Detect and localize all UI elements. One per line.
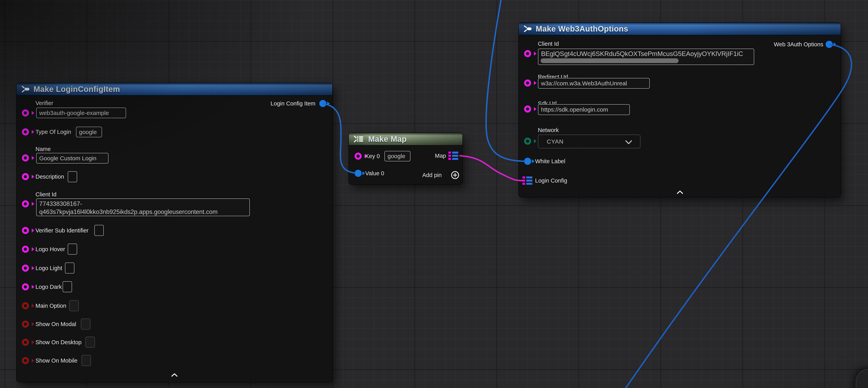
redirect-url-input[interactable]: w3a://com.w3a.Web3AuthUnreal bbox=[538, 78, 650, 89]
show-on-desktop-checkbox[interactable] bbox=[85, 336, 95, 348]
network-selected-value: CYAN bbox=[547, 138, 563, 145]
chevron-down-icon bbox=[626, 138, 631, 143]
plus-circle-icon bbox=[451, 171, 459, 179]
input-pin-logo-light[interactable] bbox=[22, 265, 29, 272]
input-pin-description[interactable] bbox=[22, 173, 29, 180]
output-pin-label: Web 3Auth Options bbox=[774, 41, 823, 48]
make-map-icon bbox=[353, 135, 365, 144]
pin-label-show-on-desktop: Show On Desktop bbox=[35, 339, 82, 346]
make-struct-icon bbox=[523, 24, 532, 33]
pin-label-logo-light: Logo Light bbox=[35, 265, 62, 271]
pin-label-name: Name bbox=[35, 146, 51, 152]
pin-label-white-label: White Label bbox=[535, 158, 565, 165]
blueprint-graph-canvas[interactable]: Make LoginConfigItem Login Config Item V… bbox=[0, 0, 868, 388]
pin-label-verifier: Verifier bbox=[35, 100, 53, 107]
pin-label-show-on-modal: Show On Modal bbox=[35, 321, 76, 327]
input-pin-network[interactable] bbox=[524, 138, 531, 145]
input-pin-verifier[interactable] bbox=[22, 110, 29, 117]
network-dropdown[interactable]: CYAN bbox=[538, 135, 641, 148]
name-input[interactable]: Google Custom Login bbox=[36, 153, 108, 163]
type-of-login-input[interactable]: google bbox=[76, 126, 102, 138]
logo-light-input[interactable] bbox=[65, 262, 74, 274]
node-make-loginconfigitem[interactable]: Make LoginConfigItem Login Config Item V… bbox=[17, 83, 332, 382]
node-title: Make Web3AuthOptions bbox=[536, 25, 628, 33]
input-pin-show-on-modal[interactable] bbox=[22, 321, 29, 328]
node-title: Make LoginConfigItem bbox=[33, 85, 120, 94]
output-pin-label: Map bbox=[435, 153, 446, 159]
pin-label-value0: Value 0 bbox=[365, 170, 384, 177]
collapse-node-button[interactable] bbox=[676, 190, 684, 195]
client-id-line2: q463s7kpvja16l4l0kko3nb925ikds2p.apps.go… bbox=[39, 208, 247, 216]
node-header[interactable]: Make LoginConfigItem bbox=[17, 83, 332, 96]
show-on-modal-checkbox[interactable] bbox=[81, 319, 90, 330]
show-on-mobile-checkbox[interactable] bbox=[82, 355, 91, 366]
main-option-checkbox[interactable] bbox=[69, 300, 79, 311]
client-id-horizontal-scrollbar[interactable] bbox=[540, 58, 679, 63]
add-pin-label: Add pin bbox=[422, 172, 442, 178]
logo-hover-input[interactable] bbox=[68, 243, 77, 255]
pin-label-client-id: Client Id bbox=[35, 191, 56, 198]
node-header[interactable]: Make Web3AuthOptions bbox=[519, 23, 841, 35]
input-pin-type-of-login[interactable] bbox=[22, 128, 29, 136]
collapse-node-button[interactable] bbox=[171, 373, 178, 377]
input-pin-sdk-url[interactable] bbox=[524, 106, 531, 113]
input-pin-login-config[interactable] bbox=[523, 176, 533, 185]
pin-label-key0: Key 0 bbox=[365, 153, 380, 159]
pin-label-show-on-mobile: Show On Mobile bbox=[35, 357, 78, 364]
offscreen-node-corner[interactable] bbox=[856, 369, 868, 388]
input-pin-verifier-sub-identifier[interactable] bbox=[22, 227, 29, 234]
output-pin-label: Login Config Item bbox=[271, 100, 315, 107]
wire-map-to-login-config[interactable] bbox=[460, 156, 522, 181]
input-pin-client-id[interactable] bbox=[22, 200, 29, 207]
input-pin-key0[interactable] bbox=[354, 153, 362, 160]
chevron-up-icon bbox=[171, 373, 178, 377]
map-pin-icon bbox=[523, 176, 533, 185]
client-id-input[interactable]: 774338308167- q463s7kpvja16l4l0kko3nb925… bbox=[36, 198, 250, 216]
input-pin-redirect-url[interactable] bbox=[524, 80, 531, 87]
pin-label-client-id: Client Id bbox=[538, 40, 559, 47]
output-pin-map[interactable] bbox=[448, 152, 459, 160]
add-pin-button[interactable] bbox=[451, 171, 459, 179]
client-id-line1: 774338308167- bbox=[39, 200, 247, 208]
logo-dark-input[interactable] bbox=[62, 281, 72, 292]
pin-label-logo-dark: Logo Dark bbox=[35, 284, 62, 290]
make-struct-icon bbox=[21, 85, 30, 94]
node-title: Make Map bbox=[368, 135, 407, 144]
pin-label-type-of-login: Type Of Login bbox=[35, 129, 71, 135]
description-input[interactable] bbox=[68, 171, 77, 182]
input-pin-logo-hover[interactable] bbox=[22, 246, 29, 253]
input-pin-show-on-desktop[interactable] bbox=[22, 339, 29, 346]
node-make-map[interactable]: Make Map Key 0 google Map Value 0 Add pi… bbox=[349, 133, 462, 184]
pin-label-login-config: Login Config bbox=[535, 177, 567, 184]
pin-label-main-option: Main Option bbox=[35, 303, 66, 309]
input-pin-logo-dark[interactable] bbox=[22, 283, 29, 290]
key0-input[interactable]: google bbox=[384, 151, 410, 161]
node-header[interactable]: Make Map bbox=[349, 133, 462, 146]
pin-label-description: Description bbox=[35, 174, 64, 180]
verifier-sub-identifier-input[interactable] bbox=[94, 225, 104, 236]
verifier-input[interactable]: web3auth-google-example bbox=[36, 108, 126, 118]
input-pin-main-option[interactable] bbox=[22, 302, 29, 309]
input-pin-show-on-mobile[interactable] bbox=[22, 357, 29, 364]
input-pin-name[interactable] bbox=[22, 154, 29, 161]
sdk-url-input[interactable]: https://sdk.openlogin.com bbox=[538, 104, 630, 115]
input-pin-client-id[interactable] bbox=[524, 50, 531, 57]
pin-label-verifier-sub-identifier: Verifier Sub Identifier bbox=[35, 227, 89, 234]
chevron-up-icon bbox=[676, 190, 684, 195]
pin-label-logo-hover: Logo Hover bbox=[35, 246, 65, 252]
node-make-web3authoptions[interactable]: Make Web3AuthOptions Web 3Auth Options C… bbox=[519, 23, 841, 197]
pin-label-network: Network bbox=[538, 127, 559, 133]
map-pin-icon bbox=[448, 152, 459, 160]
